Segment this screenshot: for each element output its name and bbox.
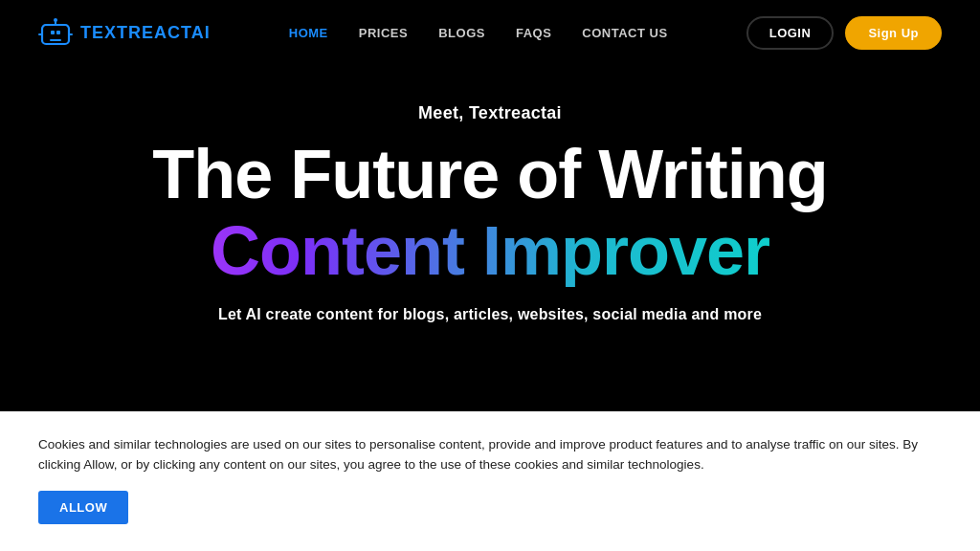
svg-rect-2 xyxy=(56,31,60,34)
nav-item-blogs[interactable]: BLOGS xyxy=(438,24,485,41)
hero-subtitle: Meet, Textreactai xyxy=(19,103,961,123)
svg-point-5 xyxy=(54,18,57,22)
navbar: TEXTREACTAI HOME PRICES BLOGS FAQS CONTA… xyxy=(0,0,980,65)
hero-title-line1: The Future of Writing xyxy=(19,139,961,211)
nav-link-contact[interactable]: CONTACT US xyxy=(582,26,667,40)
allow-button[interactable]: ALLOW xyxy=(38,491,128,524)
login-button[interactable]: LOGIN xyxy=(746,16,835,50)
nav-buttons: LOGIN Sign Up xyxy=(746,16,942,50)
hero-description: Let AI create content for blogs, article… xyxy=(19,306,961,323)
hero-title-line2: Content Improver xyxy=(19,215,961,288)
hero-section: Meet, Textreactai The Future of Writing … xyxy=(0,65,980,371)
svg-rect-1 xyxy=(51,31,55,34)
nav-item-faqs[interactable]: FAQS xyxy=(516,24,551,41)
signup-button[interactable]: Sign Up xyxy=(845,16,942,50)
nav-link-home[interactable]: HOME xyxy=(289,26,328,40)
nav-link-prices[interactable]: PRICES xyxy=(359,26,408,40)
cookie-text: Cookies and similar technologies are use… xyxy=(38,434,942,475)
logo[interactable]: TEXTREACTAI xyxy=(38,15,211,50)
nav-item-prices[interactable]: PRICES xyxy=(359,24,408,41)
cookie-banner: Cookies and similar technologies are use… xyxy=(0,411,980,551)
robot-icon xyxy=(38,15,73,50)
brand-name: TEXTREACTAI xyxy=(80,23,211,43)
nav-link-blogs[interactable]: BLOGS xyxy=(438,26,485,40)
nav-item-contact[interactable]: CONTACT US xyxy=(582,24,667,41)
nav-links: HOME PRICES BLOGS FAQS CONTACT US xyxy=(289,24,668,41)
nav-link-faqs[interactable]: FAQS xyxy=(516,26,551,40)
nav-item-home[interactable]: HOME xyxy=(289,24,328,41)
